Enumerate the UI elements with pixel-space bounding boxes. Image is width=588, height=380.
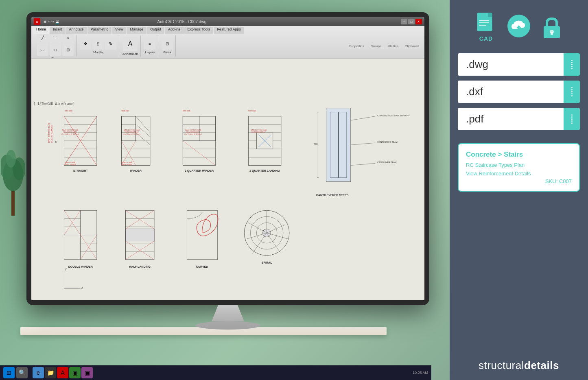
dxf-tab[interactable]	[564, 81, 580, 103]
tab-insert[interactable]: Insert	[50, 27, 66, 34]
tab-output[interactable]: Output	[147, 27, 164, 34]
taskbar-ie[interactable]: e	[33, 367, 44, 378]
svg-text:floor slab: floor slab	[121, 110, 129, 112]
taskbar-autocad[interactable]: A	[57, 367, 68, 378]
windows-start[interactable]: ⊞	[3, 367, 15, 378]
svg-text:(4 x Y14mm @ 100mm): (4 x Y14mm @ 100mm)	[184, 133, 202, 135]
cad-viewport[interactable]: [-1/TheCAD Wireframe] MAIN BOTTOM S	[31, 59, 424, 300]
svg-point-143	[6, 150, 16, 168]
autocad-logo: A	[34, 18, 40, 25]
dwg-rings	[571, 60, 573, 69]
taskbar-apps: e 📁 A ▣ ▣	[33, 367, 93, 378]
draw-label: Draw	[52, 57, 59, 58]
svg-text:MAIN BOTTOM SLAB: MAIN BOTTOM SLAB	[48, 122, 50, 143]
format-icons-row: CAD	[474, 12, 564, 42]
pdf-rings	[571, 114, 573, 124]
rotate-tool[interactable]: ↻	[105, 38, 116, 50]
svg-text:WINDER: WINDER	[130, 169, 142, 172]
maximize-btn[interactable]: □	[408, 19, 415, 24]
svg-text:[-1/TheCAD Wireframe]: [-1/TheCAD Wireframe]	[33, 102, 75, 106]
dxf-rings	[571, 87, 573, 96]
right-panel: CAD .dwg	[450, 0, 588, 380]
monitor-screen: A ▣ ↩ ↪ 💾 AutoCAD 2015 - C007.dwg ─ □ ✕ …	[31, 17, 424, 300]
taskbar-app2[interactable]: ▣	[81, 367, 93, 378]
tab-addins[interactable]: Add-ins	[165, 27, 184, 34]
svg-text:DOUBLE WINDER: DOUBLE WINDER	[68, 265, 93, 268]
layers-group: ≡ Layers	[142, 35, 158, 57]
autocad-titlebar: A ▣ ↩ ↪ 💾 AutoCAD 2015 - C007.dwg ─ □ ✕	[31, 17, 424, 26]
modify-label: Modify	[93, 50, 103, 54]
cad-file-icon	[474, 12, 498, 35]
svg-rect-129	[477, 13, 488, 31]
pdf-tab[interactable]	[564, 108, 580, 130]
line-tool[interactable]: ╱	[37, 34, 48, 44]
arc-tool[interactable]: ⌓	[37, 44, 48, 56]
circle-tool[interactable]: ○	[62, 34, 74, 44]
svg-text:(4 x Y14mm @ 100mm): (4 x Y14mm @ 100mm)	[123, 133, 140, 135]
svg-text:R: R	[55, 141, 57, 143]
svg-text:SPIRAL: SPIRAL	[262, 261, 272, 264]
polyline-tool[interactable]: ⌒	[50, 34, 61, 44]
window-title: AutoCAD 2015 - C007.dwg	[157, 20, 207, 24]
tab-view[interactable]: View	[112, 27, 126, 34]
tab-manage[interactable]: Manage	[127, 27, 146, 34]
plant-svg	[1, 142, 25, 216]
ribbon: Home Insert Annotate Parametric View Man…	[31, 26, 424, 59]
clipboard-panel: Clipboard	[402, 44, 421, 49]
cad-label: CAD	[479, 35, 493, 42]
block-group: ⊡ Block	[159, 35, 176, 57]
svg-text:500: 500	[314, 143, 318, 145]
minimize-btn[interactable]: ─	[401, 19, 407, 24]
insert-block-tool[interactable]: ⊡	[162, 38, 173, 50]
copy-tool[interactable]: ⎘	[92, 38, 104, 50]
dwg-row[interactable]: .dwg	[458, 53, 580, 76]
properties-panel: Properties	[347, 44, 366, 49]
svg-text:CENTER SHEAR WALL SUPPORT: CENTER SHEAR WALL SUPPORT	[377, 114, 410, 117]
taskbar-app1[interactable]: ▣	[69, 367, 81, 378]
annotation-label: Annotation	[122, 52, 138, 56]
dxf-row[interactable]: .dxf	[458, 81, 580, 103]
svg-text:HALF LANDING: HALF LANDING	[129, 265, 151, 268]
svg-text:CURVED: CURVED	[196, 265, 208, 268]
plant-decoration	[1, 142, 25, 216]
svg-rect-139	[551, 32, 553, 35]
svg-text:2 QUARTER LANDING: 2 QUARTER LANDING	[249, 169, 280, 173]
tab-parametric[interactable]: Parametric	[87, 27, 112, 34]
dxf-label: .dxf	[458, 81, 564, 103]
text-tool[interactable]: A	[123, 37, 138, 51]
dwg-tab[interactable]	[564, 53, 580, 76]
close-btn[interactable]: ✕	[415, 19, 422, 24]
tab-annotate[interactable]: Annotate	[66, 27, 87, 34]
tab-home[interactable]: Home	[33, 27, 49, 34]
hatch-tool[interactable]: ⊞	[62, 44, 74, 56]
svg-text:stairs support: stairs support	[65, 164, 77, 166]
lock-icon-box[interactable]	[540, 14, 564, 40]
svg-text:CANTILEVERED STEPS: CANTILEVERED STEPS	[316, 194, 349, 197]
svg-text:STRAIGHT: STRAIGHT	[73, 169, 88, 172]
svg-text:REINFORCEMENT: REINFORCEMENT	[50, 125, 53, 143]
rect-tool[interactable]: □	[50, 44, 61, 56]
move-tool[interactable]: ✥	[80, 38, 91, 50]
monitor-area: A ▣ ↩ ↪ 💾 AutoCAD 2015 - C007.dwg ─ □ ✕ …	[12, 12, 444, 358]
ribbon-tabs: Home Insert Annotate Parametric View Man…	[33, 27, 423, 34]
svg-text:CONTINUOUS BEAM: CONTINUOUS BEAM	[377, 141, 397, 143]
svg-rect-66	[327, 109, 350, 181]
layers-tool[interactable]: ≡	[144, 38, 155, 50]
monitor-stand	[212, 305, 244, 321]
layers-label: Layers	[145, 50, 155, 54]
svg-rect-144	[11, 191, 15, 216]
pdf-row[interactable]: .pdf	[458, 108, 580, 130]
tab-express-tools[interactable]: Express Tools	[184, 27, 214, 34]
taskbar-search[interactable]: 🔍	[16, 367, 28, 378]
taskbar-explorer[interactable]: 📁	[45, 367, 56, 378]
utilities-panel: Utilities	[385, 44, 401, 49]
window-controls: ─ □ ✕	[401, 19, 422, 24]
download-icon-box[interactable]	[506, 14, 532, 40]
brand-logo: structuraldetails	[479, 359, 559, 372]
cad-drawing-svg: [-1/TheCAD Wireframe] MAIN BOTTOM S	[31, 59, 424, 300]
cad-icon-box[interactable]: CAD	[474, 12, 498, 42]
tab-featured-apps[interactable]: Featured Apps	[214, 27, 244, 34]
brand-normal: structural	[479, 359, 524, 371]
annotation-group: A Annotation	[120, 35, 141, 57]
download-cloud-icon	[506, 14, 532, 40]
